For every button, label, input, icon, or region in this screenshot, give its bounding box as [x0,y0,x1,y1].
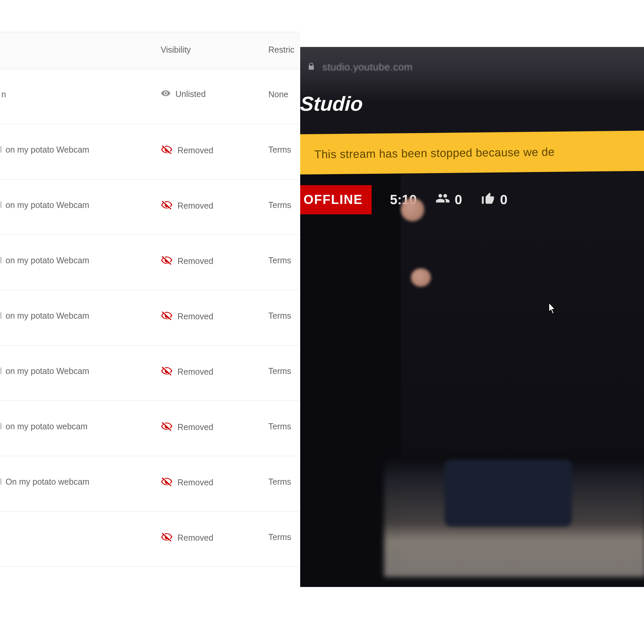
like-count: 0 [481,191,507,209]
lock-icon [307,62,316,72]
eye-slash-icon [161,206,173,212]
eye-slash-icon [161,428,173,433]
table-row[interactable]: l on my potato Webcam Removed Terms [0,179,300,235]
studio-header-title: Studio [300,92,363,115]
banner-message-text: This stream has been stopped because we … [314,145,555,161]
restriction-value: Terms [268,366,291,376]
table-row[interactable]: l On my potato webcam Removed Terms [0,456,300,512]
table-row[interactable]: l on my potato Webcam Removed Terms [0,345,300,401]
webcam-preview-blur [444,460,572,527]
visibility-label: Removed [177,256,213,266]
table-row[interactable]: Removed Terms [0,512,300,567]
video-title-partial: n [0,90,6,99]
restriction-value: None [268,90,288,99]
visibility-label: Removed [177,533,213,543]
restriction-value: Terms [268,256,291,265]
column-header-row: Visibility Restric [0,32,300,69]
visibility-label: Removed [177,312,213,321]
video-title-partial: l on my potato Webcam [0,311,89,321]
like-count-value: 0 [500,192,507,207]
table-row[interactable]: l on my potato Webcam Removed Terms [0,290,300,345]
viewer-count-value: 0 [455,192,462,207]
video-title-partial: l on my potato Webcam [0,200,89,210]
video-title-partial: l On my potato webcam [0,477,90,487]
eye-slash-icon [161,262,173,267]
visibility-label: Removed [177,422,213,432]
video-title-partial: l on my potato Webcam [0,145,89,155]
address-url-text: studio.youtube.com [322,61,413,73]
eye-slash-icon [161,151,173,157]
finger-blur [411,268,431,287]
finger-blur [401,198,424,221]
visibility-label: Removed [177,367,213,377]
visibility-label: Removed [177,478,213,487]
restriction-value: Terms [268,311,291,321]
column-header-restrictions[interactable]: Restric [268,45,294,55]
visibility-label: Removed [177,201,213,211]
viewer-count: 0 [435,191,462,209]
video-title-partial [0,532,1,542]
visibility-label: Unlisted [175,89,206,99]
restriction-value: Terms [268,532,291,542]
mouse-cursor-icon [548,302,558,316]
stream-stopped-banner[interactable]: This stream has been stopped because we … [300,131,644,175]
visibility-label: Removed [177,146,213,155]
offline-badge: OFFLINE [300,185,372,214]
video-title-partial: l on my potato Webcam [0,366,89,376]
restriction-value: Terms [268,145,291,155]
live-studio-photo: studio.youtube.com Studio This stream ha… [300,0,644,644]
thumbs-up-icon [481,191,495,209]
studio-content-table: Visibility Restric n Unlisted None l on … [0,0,300,644]
video-title-partial: l on my potato Webcam [0,256,89,265]
table-row[interactable]: l on my potato webcam Removed Terms [0,401,300,456]
restriction-value: Terms [268,477,291,487]
eye-slash-icon [161,483,173,489]
column-header-visibility[interactable]: Visibility [161,45,191,55]
table-row[interactable]: l on my potato Webcam Removed Terms [0,235,300,290]
video-title-partial: l on my potato webcam [0,422,88,431]
restriction-value: Terms [268,422,291,431]
eye-slash-icon [161,538,173,544]
table-row[interactable]: n Unlisted None [0,69,300,124]
eye-slash-icon [161,372,173,378]
eye-slash-icon [161,317,173,323]
people-icon [435,191,450,209]
restriction-value: Terms [268,200,291,210]
table-row[interactable]: l on my potato Webcam Removed Terms [0,124,300,179]
eye-icon [161,94,171,99]
browser-address-bar[interactable]: studio.youtube.com [300,54,644,80]
